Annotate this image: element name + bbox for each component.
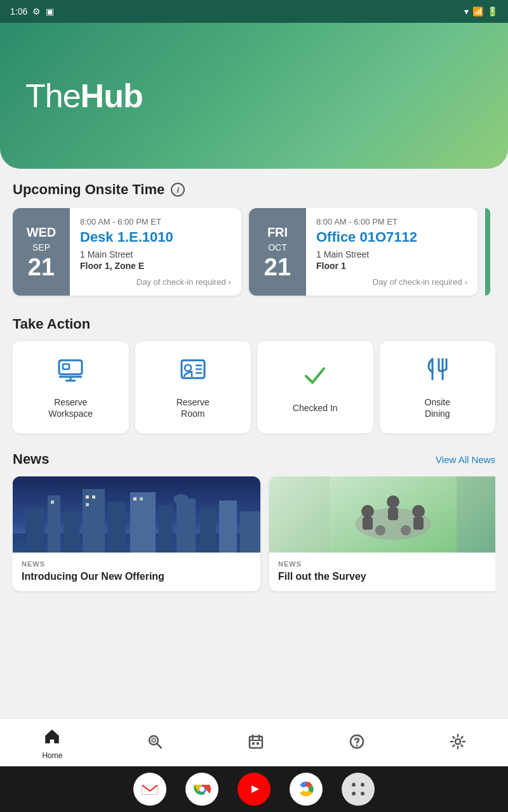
onsite-dining-button[interactable]: OnsiteDining — [380, 341, 496, 433]
event-checkin-0: Day of check-in required › — [80, 277, 231, 287]
svg-rect-30 — [51, 501, 54, 504]
battery-icon: 🔋 — [487, 6, 498, 16]
svg-rect-24 — [240, 511, 260, 553]
reserve-room-label: ReserveRoom — [177, 396, 210, 419]
gmail-app[interactable] — [133, 773, 166, 806]
news-image-1 — [269, 476, 495, 553]
news-headline-1: Fill out the Survey — [278, 570, 495, 584]
event-day-num-1: 21 — [264, 255, 291, 279]
svg-point-54 — [455, 739, 460, 744]
event-floor-0: Floor 1, Zone E — [80, 261, 231, 271]
more-apps[interactable] — [342, 773, 375, 806]
nav-home[interactable]: Home — [29, 725, 75, 763]
news-body-0: NEWS Introducing Our New Offering — [13, 553, 260, 591]
upcoming-scroll[interactable]: Wed SEP 21 8:00 AM - 6:00 PM ET Desk 1.E… — [13, 208, 495, 301]
svg-rect-23 — [219, 501, 237, 553]
svg-point-66 — [361, 783, 364, 787]
svg-point-35 — [361, 505, 374, 518]
status-bar: 1:06 ⚙ ▣ ▾ 📶 🔋 — [0, 0, 508, 23]
event-checkin-1: Day of check-in required › — [316, 277, 467, 287]
reserve-room-button[interactable]: ReserveRoom — [135, 341, 251, 433]
checked-in-button[interactable]: Checked In — [257, 341, 373, 433]
upcoming-title: Upcoming Onsite Time — [13, 181, 164, 198]
event-info-1: 8:00 AM - 6:00 PM ET Office 01O7112 1 Ma… — [306, 208, 478, 296]
reserve-workspace-label: ReserveWorkspace — [48, 396, 93, 419]
wifi-icon: ▾ — [464, 6, 469, 16]
app-title: TheHub — [25, 77, 143, 115]
event-day-name-0: Wed — [27, 225, 57, 240]
news-tag-1: NEWS — [278, 560, 495, 568]
bottom-nav: Home — [0, 718, 508, 766]
svg-point-6 — [185, 365, 191, 371]
svg-rect-18 — [108, 502, 126, 553]
photos-app[interactable] — [290, 773, 323, 806]
event-room-link-1[interactable]: Office 01O7112 — [316, 229, 467, 246]
search-icon — [147, 733, 163, 754]
status-bar-left: 1:06 ⚙ ▣ — [10, 6, 54, 16]
svg-point-45 — [152, 738, 156, 742]
event-month-1: OCT — [268, 242, 287, 252]
svg-rect-20 — [159, 505, 173, 553]
bottom-spacer — [13, 596, 495, 698]
event-room-link-0[interactable]: Desk 1.E.1010 — [80, 229, 231, 246]
event-day-name-1: Fri — [267, 225, 288, 240]
news-headline-0: Introducing Our New Offering — [22, 570, 251, 584]
nav-settings[interactable] — [437, 731, 479, 757]
svg-rect-36 — [363, 517, 373, 530]
checked-in-label: Checked In — [293, 402, 338, 414]
status-bar-right: ▾ 📶 🔋 — [464, 6, 498, 16]
event-date-0: Wed SEP 21 — [13, 208, 70, 296]
news-header: News View All News — [13, 451, 495, 468]
reserve-workspace-button[interactable]: ReserveWorkspace — [13, 341, 129, 433]
hero-banner: TheHub — [0, 23, 508, 169]
news-image-0 — [13, 476, 260, 553]
svg-point-67 — [352, 792, 356, 796]
event-day-num-0: 21 — [28, 255, 55, 279]
onsite-dining-label: OnsiteDining — [425, 396, 450, 419]
checkin-icon — [301, 361, 329, 395]
settings-icon — [450, 733, 466, 754]
view-all-news-link[interactable]: View All News — [436, 454, 495, 465]
event-floor-1: Floor 1 — [316, 261, 467, 271]
youtube-app[interactable] — [237, 773, 271, 806]
svg-point-68 — [361, 792, 364, 796]
event-address-0: 1 Main Street — [80, 249, 231, 259]
svg-rect-27 — [86, 503, 89, 506]
svg-rect-22 — [200, 508, 216, 553]
nav-help[interactable] — [336, 731, 378, 757]
chrome-app[interactable] — [185, 773, 218, 806]
svg-rect-38 — [388, 508, 398, 520]
svg-rect-15 — [48, 495, 60, 553]
news-scroll[interactable]: NEWS Introducing Our New Offering — [13, 476, 495, 596]
event-time-0: 8:00 AM - 6:00 PM ET — [80, 217, 231, 226]
info-icon[interactable]: i — [171, 183, 185, 197]
event-address-1: 1 Main Street — [316, 249, 467, 259]
svg-point-65 — [352, 783, 356, 787]
nav-calendar[interactable] — [235, 731, 277, 757]
signal-icon: 📶 — [472, 6, 483, 16]
event-month-0: SEP — [32, 242, 50, 252]
svg-line-44 — [157, 744, 162, 749]
event-card-0[interactable]: Wed SEP 21 8:00 AM - 6:00 PM ET Desk 1.E… — [13, 208, 241, 296]
workspace-icon — [57, 355, 84, 389]
svg-rect-40 — [413, 517, 424, 530]
svg-point-37 — [387, 495, 399, 508]
svg-rect-29 — [140, 497, 143, 501]
svg-rect-26 — [92, 495, 95, 499]
card-peek — [485, 208, 490, 296]
svg-rect-16 — [64, 511, 79, 553]
svg-point-41 — [375, 525, 385, 535]
take-action-title: Take Action — [13, 316, 495, 332]
svg-rect-14 — [25, 508, 44, 553]
news-title: News — [13, 451, 49, 468]
svg-point-63 — [304, 787, 309, 792]
event-info-0: 8:00 AM - 6:00 PM ET Desk 1.E.1010 1 Mai… — [70, 208, 241, 296]
news-card-1[interactable]: NEWS Fill out the Survey — [269, 476, 495, 591]
main-content: Upcoming Onsite Time i Wed SEP 21 8:00 A… — [0, 169, 508, 698]
event-card-1[interactable]: Fri OCT 21 8:00 AM - 6:00 PM ET Office 0… — [249, 208, 478, 296]
nav-search[interactable] — [134, 731, 176, 757]
event-time-1: 8:00 AM - 6:00 PM ET — [316, 217, 467, 226]
sim-icon: ▣ — [46, 6, 54, 16]
news-card-0[interactable]: NEWS Introducing Our New Offering — [13, 476, 260, 591]
home-icon — [44, 728, 60, 749]
